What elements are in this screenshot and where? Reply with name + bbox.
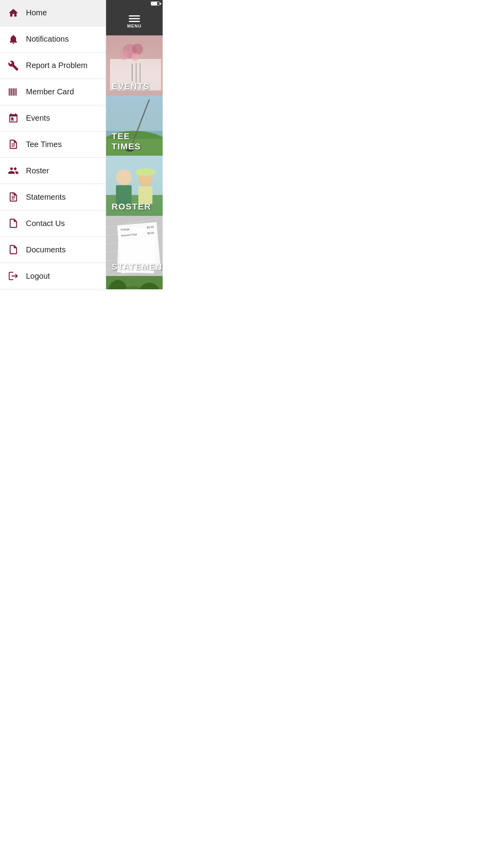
svg-point-29 [135, 168, 156, 176]
svg-rect-5 [11, 196, 15, 197]
svg-point-11 [119, 50, 128, 60]
tile-roster[interactable]: ROSTER [106, 156, 163, 216]
sidebar-item-report-problem-label: Report a Problem [26, 61, 88, 70]
sidebar-item-report-problem[interactable]: Report a Problem [0, 53, 106, 79]
tiles-container: EVENTS TEE TIMES [106, 35, 163, 289]
svg-rect-4 [11, 197, 15, 198]
hamburger-lines [129, 15, 140, 22]
sidebar-item-documents-label: Documents [26, 245, 66, 254]
logout-icon [6, 269, 20, 283]
battery-indicator [151, 2, 160, 6]
sidebar-item-member-card-label: Member Card [26, 87, 74, 96]
documents-icon [6, 243, 20, 257]
sidebar-item-roster[interactable]: Roster [0, 158, 106, 184]
sidebar-item-logout-label: Logout [26, 272, 50, 281]
sidebar-item-contact-us[interactable]: Contact Us [0, 210, 106, 237]
sidebar-item-member-card[interactable]: Member Card [0, 79, 106, 105]
tile-statements-label: STATEMENTS [106, 258, 163, 276]
svg-rect-2 [11, 143, 15, 144]
menu-label: MENU [127, 24, 141, 28]
sidebar-item-statements[interactable]: $ Statements [0, 184, 106, 210]
svg-rect-1 [11, 145, 15, 146]
svg-point-12 [132, 44, 143, 55]
tile-tee-times[interactable]: TEE TIMES [106, 96, 163, 156]
svg-text:30: 30 [11, 119, 14, 121]
hamburger-line-1 [129, 15, 140, 17]
sidebar-item-home-label: Home [26, 8, 47, 17]
tile-tee-times-label: TEE TIMES [106, 127, 163, 156]
hamburger-line-3 [129, 21, 140, 22]
sidebar-item-roster-label: Roster [26, 166, 49, 175]
tile-events-label: EVENTS [106, 77, 155, 96]
svg-rect-3 [11, 146, 14, 147]
statements-icon: $ [6, 190, 20, 204]
calendar-icon: 30 [6, 111, 20, 125]
sidebar-item-notifications[interactable]: Notifications [0, 26, 106, 53]
roster-icon [6, 164, 20, 178]
sidebar-item-home[interactable]: Home [0, 0, 106, 26]
svg-rect-18 [106, 96, 163, 131]
svg-point-13 [132, 53, 139, 61]
sidebar-item-events[interactable]: 30 Events [0, 105, 106, 132]
svg-rect-6 [11, 199, 14, 200]
svg-point-26 [116, 169, 132, 185]
sidebar-item-tee-times-label: Tee Times [26, 140, 62, 149]
sidebar-item-notifications-label: Notifications [26, 35, 69, 44]
top-bar: MENU [106, 8, 163, 35]
tile-roster-label: ROSTER [106, 198, 157, 216]
sidebar-item-events-label: Events [26, 114, 50, 123]
svg-text:$: $ [13, 193, 14, 195]
sidebar-item-tee-times[interactable]: Tee Times [0, 132, 106, 158]
sidebar: Home Notifications Report a Problem Memb… [0, 0, 106, 289]
hamburger-line-2 [129, 18, 140, 19]
menu-button[interactable]: MENU [127, 15, 141, 28]
barcode-icon [6, 85, 20, 99]
svg-rect-24 [106, 156, 163, 195]
bell-icon [6, 32, 20, 46]
contact-us-icon [6, 216, 20, 230]
sidebar-item-documents[interactable]: Documents [0, 237, 106, 263]
tile-events[interactable]: EVENTS [106, 35, 163, 96]
sidebar-item-logout[interactable]: Logout [0, 263, 106, 289]
home-icon [6, 6, 20, 20]
wrench-icon [6, 59, 20, 73]
sidebar-item-contact-us-label: Contact Us [26, 219, 65, 228]
sidebar-item-statements-label: Statements [26, 193, 66, 202]
tee-times-icon [6, 137, 20, 151]
tile-last[interactable] [106, 276, 163, 289]
right-panel: MENU EVENTS [106, 0, 163, 289]
tile-statements[interactable]: Charge$0.00 Amount Paid Charge$0.00 Amou… [106, 216, 163, 276]
